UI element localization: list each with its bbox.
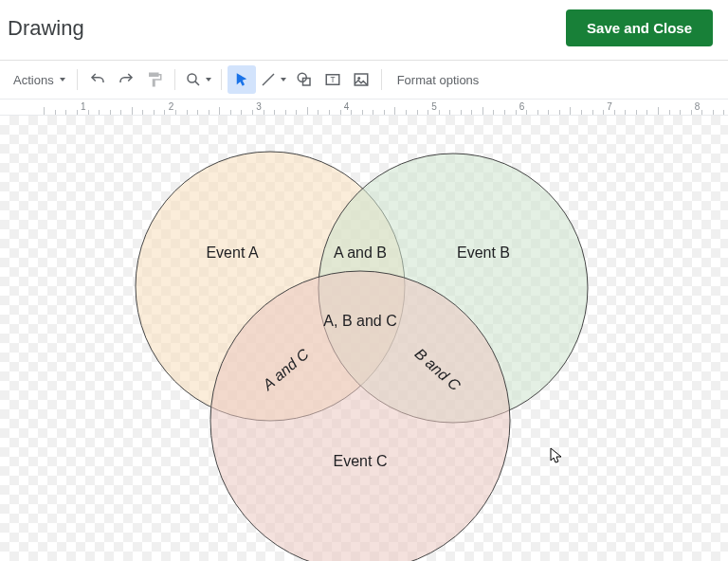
textbox-icon: T (324, 71, 341, 88)
undo-icon (89, 71, 106, 88)
separator (77, 69, 78, 90)
venn-diagram[interactable]: Event A Event B Event C A and B A, B and… (0, 116, 728, 561)
separator (174, 69, 175, 90)
page-title: Drawing (8, 16, 84, 41)
redo-icon (118, 71, 135, 88)
ruler[interactable]: 12345678 (0, 99, 728, 116)
toolbar: Actions T Format options (0, 61, 728, 99)
chevron-down-icon (206, 78, 211, 81)
line-tool-button[interactable] (256, 65, 290, 94)
image-icon (353, 71, 370, 88)
svg-line-2 (263, 74, 274, 85)
svg-text:T: T (330, 76, 335, 84)
drawing-canvas[interactable]: Event A Event B Event C A and B A, B and… (0, 116, 728, 561)
select-icon (233, 71, 250, 88)
label-a-and-b[interactable]: A and B (334, 244, 387, 261)
format-options-label: Format options (397, 73, 480, 87)
separator (221, 69, 222, 90)
select-tool-button[interactable] (228, 65, 256, 94)
svg-point-8 (357, 77, 360, 80)
label-a-b-and-c[interactable]: A, B and C (323, 313, 396, 329)
zoom-button[interactable] (181, 65, 215, 94)
label-event-b[interactable]: Event B (457, 244, 510, 261)
paint-format-icon (146, 71, 163, 88)
redo-button[interactable] (112, 65, 140, 94)
separator (381, 69, 382, 90)
chevron-down-icon (281, 78, 286, 81)
label-event-a[interactable]: Event A (206, 244, 258, 261)
svg-line-1 (195, 81, 199, 85)
label-event-c[interactable]: Event C (334, 453, 388, 469)
format-options-button[interactable]: Format options (388, 65, 489, 94)
actions-menu[interactable]: Actions (8, 65, 71, 94)
paint-format-button[interactable] (140, 65, 169, 94)
line-icon (260, 71, 277, 88)
shape-tool-button[interactable] (290, 65, 318, 94)
zoom-icon (185, 71, 202, 88)
textbox-tool-button[interactable]: T (318, 65, 347, 94)
actions-label: Actions (13, 73, 54, 87)
image-tool-button[interactable] (347, 65, 375, 94)
chevron-down-icon (60, 78, 65, 81)
svg-point-0 (188, 74, 196, 82)
save-and-close-button[interactable]: Save and Close (566, 9, 713, 46)
undo-button[interactable] (83, 65, 112, 94)
shape-icon (296, 71, 313, 88)
